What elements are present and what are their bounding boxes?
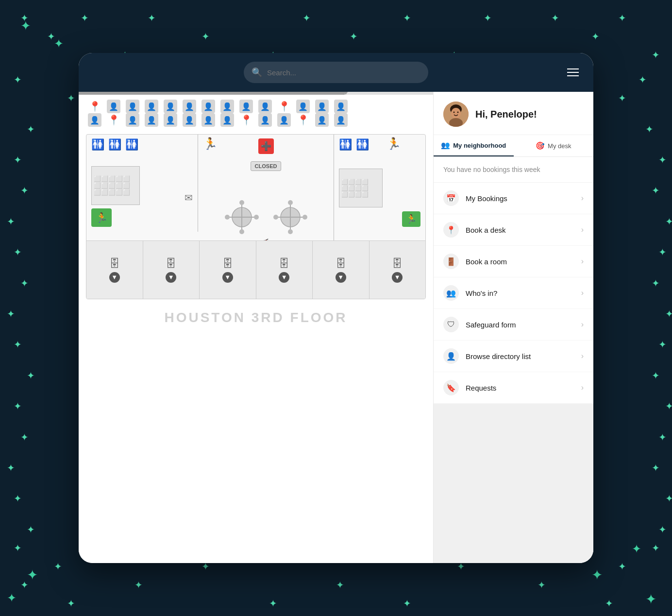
locker-handle: ▼ (109, 272, 120, 283)
neighborhood-tab-icon: 👥 (441, 141, 450, 150)
desk-occupied: 👤 (145, 100, 158, 113)
desk-unit[interactable]: 👤 (105, 100, 122, 113)
desk-unit[interactable]: 👤 (275, 113, 293, 127)
desk-row-1: 📍 👤 👤 👤 👤 👤 👤 👤 👤 👤 📍 👤 (86, 100, 426, 113)
desk-unit[interactable]: 👤 (313, 113, 331, 127)
desk-unit[interactable]: 👤 (256, 113, 274, 127)
locker-handle: ▼ (336, 272, 346, 283)
desk-unit[interactable]: 👤 (162, 100, 179, 113)
directory-icon: 👤 (443, 348, 459, 364)
tabs: 👥 My neighborhood 🎯 My desk (434, 135, 593, 157)
menu-item-directory[interactable]: 👤 Browse directory list › (434, 341, 593, 372)
search-bar[interactable]: 🔍 (244, 62, 428, 83)
figure-icon: 🏃 (203, 137, 218, 151)
svg-point-17 (454, 112, 455, 113)
menu-item-safeguard[interactable]: 🛡 Safeguard form › (434, 309, 593, 341)
medical-icon: ➕ (258, 138, 274, 154)
desk-unit[interactable]: 📍 (105, 114, 122, 126)
no-bookings-text: You have no bookings this week (434, 157, 593, 183)
whos-in-icon: 👥 (443, 285, 459, 301)
toilet-icon: 🚻 (108, 138, 121, 151)
desk-unit[interactable]: 👤 (124, 100, 141, 113)
desk-unit[interactable]: 👤 (143, 100, 160, 113)
table-svg-2 (271, 198, 310, 237)
locker-2: 🗄 ▼ (143, 241, 200, 299)
desk-unit[interactable]: 👤 (332, 113, 350, 127)
menu-item-whos-in[interactable]: 👥 Who's in? › (434, 277, 593, 309)
bathroom-icons-right: 🚻 🚻 (334, 135, 425, 155)
floor-label: HOUSTON 3RD FLOOR (79, 304, 433, 331)
desk-available-icon: 📍 (108, 114, 120, 126)
search-icon: 🔍 (252, 67, 262, 78)
svg-point-10 (288, 200, 293, 205)
desk-occupied: 👤 (145, 113, 158, 127)
svg-point-18 (457, 112, 459, 113)
tab-my-desk[interactable]: 🎯 My desk (514, 135, 594, 156)
desk-unit[interactable]: 👤 (313, 100, 331, 113)
desk-unit[interactable]: 📍 (237, 114, 255, 126)
desk-occupied: 👤 (164, 100, 177, 113)
floor-map: 📍 👤 👤 👤 👤 👤 👤 👤 👤 👤 📍 👤 (79, 92, 433, 563)
svg-point-5 (225, 215, 230, 220)
desk-occupied: 👤 (315, 113, 329, 127)
desk-unit[interactable]: 👤 (218, 100, 236, 113)
whos-in-label: Who's in? (466, 289, 574, 297)
desk-unit[interactable]: 👤 (181, 113, 198, 127)
avatar-svg (443, 102, 469, 127)
right-panel: Hi, Penelope! 👥 My neighborhood 🎯 My des… (433, 92, 593, 563)
desk-occupied: 👤 (239, 100, 253, 113)
progress-bar (79, 92, 433, 95)
hamburger-menu[interactable] (567, 68, 579, 76)
toilet-icon: 🚻 (356, 138, 369, 151)
locker-6: 🗄 ▼ (370, 241, 426, 299)
menu-item-book-room[interactable]: 🚪 Book a room › (434, 246, 593, 277)
locker-1: 🗄 ▼ (86, 241, 143, 299)
desk-occupied: 👤 (334, 100, 348, 113)
my-desk-tab-icon: 🎯 (536, 141, 545, 150)
desk-unit[interactable]: 📍 (86, 101, 103, 112)
desk-unit[interactable]: 👤 (181, 100, 198, 113)
mail-icon: ✉ (185, 192, 193, 204)
menu-item-requests[interactable]: 🔖 Requests › (434, 372, 593, 404)
toilet-icon: 🚻 (339, 138, 352, 151)
desk-unit[interactable]: 👤 (86, 113, 103, 127)
desk-unit[interactable]: 👤 (256, 100, 274, 113)
desk-occupied: 👤 (202, 113, 215, 127)
chevron-icon: › (581, 257, 584, 266)
desk-occupied: 👤 (126, 113, 139, 127)
chevron-icon: › (581, 320, 584, 329)
desk-unit[interactable]: 👤 (237, 100, 255, 113)
desk-occupied: 👤 (334, 113, 348, 127)
locker-handle: ▼ (279, 272, 289, 283)
bathroom-icons: 🚻 🚻 🚻 (86, 135, 198, 155)
desk-unit[interactable]: 👤 (200, 113, 217, 127)
desk-unit[interactable]: 👤 (124, 113, 141, 127)
closed-sign: CLOSED (251, 161, 282, 171)
desk-unit[interactable]: 👤 (332, 100, 350, 113)
desk-unit[interactable]: 👤 (294, 100, 312, 113)
desk-unit[interactable]: 👤 (162, 113, 179, 127)
locker-handle: ▼ (222, 272, 233, 283)
desk-unit[interactable]: 📍 (294, 114, 312, 126)
svg-point-3 (239, 200, 244, 205)
desk-rows-section: 📍 👤 👤 👤 👤 👤 👤 👤 👤 👤 📍 👤 (79, 95, 433, 129)
desk-occupied: 👤 (183, 100, 196, 113)
chevron-icon: › (581, 289, 584, 297)
menu-item-book-desk[interactable]: 📍 Book a desk › (434, 214, 593, 246)
desk-unit[interactable]: 👤 (218, 113, 236, 127)
tables (222, 198, 310, 237)
desk-unit[interactable]: 👤 (200, 100, 217, 113)
tab-neighborhood[interactable]: 👥 My neighborhood (434, 135, 514, 156)
svg-point-6 (254, 215, 259, 220)
desk-unit[interactable]: 👤 (143, 113, 160, 127)
desk-unit[interactable]: 📍 (275, 101, 293, 112)
search-input[interactable] (267, 68, 420, 77)
svg-point-13 (302, 215, 307, 220)
chevron-icon: › (581, 225, 584, 234)
svg-point-4 (239, 229, 244, 234)
desk-occupied: 👤 (220, 100, 234, 113)
directory-label: Browse directory list (466, 352, 574, 360)
desk-occupied: 👤 (277, 113, 291, 127)
menu-item-bookings[interactable]: 📅 My Bookings › (434, 183, 593, 214)
table-svg-1 (222, 198, 261, 237)
